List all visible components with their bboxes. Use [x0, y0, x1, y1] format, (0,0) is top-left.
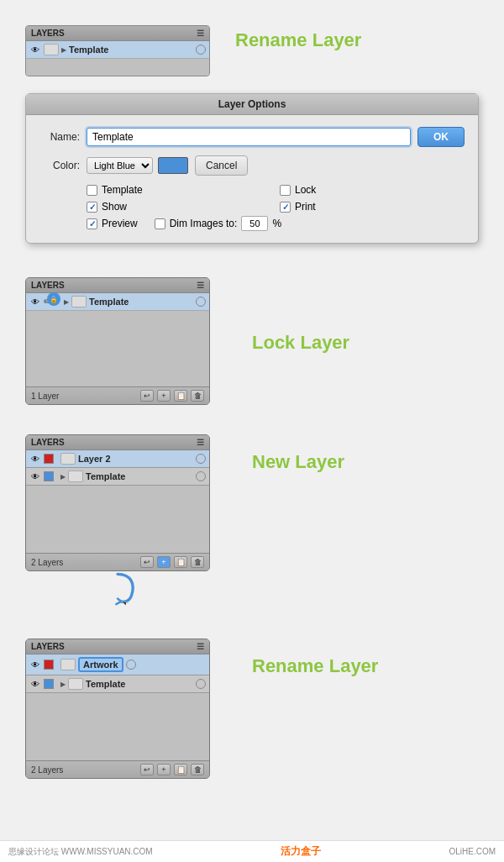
layer-thumb-lock: [71, 296, 87, 307]
panel-titlebar-top: LAYERS ☰: [26, 26, 209, 41]
check-show-row: Show: [87, 201, 271, 213]
dialog-titlebar: Layer Options: [26, 94, 478, 115]
name-input[interactable]: [87, 128, 411, 146]
layer-name-template-bottom: Template: [86, 679, 193, 689]
panel-body-new: [26, 486, 209, 553]
footer-label-lock: 1 Layer: [31, 392, 59, 401]
triangle-top: ▶: [61, 46, 66, 54]
check-show[interactable]: [87, 202, 97, 213]
section-rename-bottom: LAYERS ☰ 👁 Artwork 👁 ▶ Template: [0, 626, 504, 791]
dialog-wrapper: Layer Options Name: OK Color: Light Blue…: [25, 93, 479, 244]
circle-artwork: [126, 660, 136, 670]
panel-title-rename-bottom: LAYERS: [31, 642, 65, 651]
check-lock[interactable]: [280, 185, 291, 196]
dialog-name-row: Name: OK: [39, 127, 465, 147]
dim-input[interactable]: [241, 216, 268, 231]
watermark-bar: 思缘设计论坛 WWW.MISSYUAN.COM 活力盒子 OLiHE.COM: [0, 840, 504, 862]
layer-thumb-new1: [60, 453, 76, 465]
name-label: Name:: [39, 131, 80, 143]
footer-icon-2[interactable]: +: [157, 390, 171, 402]
circle-new2: [196, 471, 206, 481]
check-print[interactable]: [280, 202, 291, 213]
footer-icon-rb2[interactable]: +: [157, 764, 171, 775]
check-preview[interactable]: [87, 218, 97, 229]
footer-icon-new1[interactable]: ↩: [140, 556, 154, 568]
check-template[interactable]: [87, 185, 97, 196]
panel-menu-icon-top[interactable]: ☰: [197, 29, 204, 38]
layer-name-lock: Template: [89, 297, 193, 307]
layer-row-top: 👁 ▶ Template: [26, 41, 209, 59]
circle-new1: [196, 454, 206, 464]
eye-icon-top: 👁: [29, 44, 41, 55]
layers-panel-top: LAYERS ☰ 👁 ▶ Template: [25, 25, 210, 76]
panel-title-new: LAYERS: [31, 438, 65, 447]
footer-icon-rb4[interactable]: 🗑: [191, 764, 204, 775]
layer-name-new1: Layer 2: [78, 454, 193, 464]
new-layer-arrow: [97, 567, 139, 609]
footer-label-new: 2 Layers: [31, 558, 63, 567]
circle-top: [196, 45, 206, 55]
check-lock-row: Lock: [280, 184, 465, 196]
lock-layer-heading: Lock Layer: [252, 332, 479, 354]
circle-lock: [196, 297, 206, 307]
layer-row-template-bottom: 👁 ▶ Template: [26, 675, 209, 693]
layers-panel-lock: LAYERS ☰ 👁 ✏ 🔒 ▶ Template 1 Layer ↩ + 📋 …: [25, 277, 210, 405]
layer-thumb-template-bottom: [68, 678, 83, 690]
lock-cursor-indicator: 🔒: [47, 292, 60, 306]
dialog-color-row: Color: Light Blue Cancel: [39, 155, 465, 176]
panel-menu-icon-rename-bottom[interactable]: ☰: [197, 642, 204, 651]
panel-body-lock: [26, 311, 209, 386]
color-dropdown[interactable]: Light Blue: [87, 157, 153, 174]
eye-icon-new1: 👁: [29, 453, 41, 465]
dim-label: Dim Images to:: [170, 218, 238, 229]
panel-titlebar-new: LAYERS ☰: [26, 435, 209, 450]
rename-bottom-panel-wrapper: LAYERS ☰ 👁 Artwork 👁 ▶ Template: [25, 639, 210, 779]
footer-icon-rb1[interactable]: ↩: [140, 764, 154, 775]
color-swatch: [158, 157, 188, 174]
panel-menu-icon-new[interactable]: ☰: [197, 438, 204, 447]
panel-title-lock: LAYERS: [31, 281, 65, 290]
footer-icon-new4[interactable]: 🗑: [191, 556, 204, 568]
footer-icon-4[interactable]: 🗑: [191, 390, 204, 402]
footer-icon-3[interactable]: 📋: [174, 390, 187, 402]
cancel-button[interactable]: Cancel: [195, 155, 248, 176]
red-square-new1: [44, 454, 54, 464]
color-select-wrapper: Light Blue: [87, 157, 188, 174]
blue-square-template: [44, 679, 54, 689]
check-show-label: Show: [102, 201, 127, 213]
label-rename-top: Rename Layer: [210, 25, 479, 51]
footer-icon-1[interactable]: ↩: [140, 390, 154, 402]
footer-icon-new3[interactable]: 📋: [174, 556, 187, 568]
ok-button[interactable]: OK: [417, 127, 465, 147]
rename-layer-heading-top: Rename Layer: [235, 29, 479, 51]
eye-icon-template-bottom: 👁: [29, 678, 41, 690]
section-rename-top: LAYERS ☰ 👁 ▶ Template Rename Layer: [0, 0, 504, 93]
check-dim[interactable]: [155, 218, 165, 229]
footer-icon-rb3[interactable]: 📋: [174, 764, 187, 775]
section-lock-layer: LAYERS ☰ 👁 ✏ 🔒 ▶ Template 1 Layer ↩ + 📋 …: [0, 265, 504, 418]
layer-options-dialog: Layer Options Name: OK Color: Light Blue…: [25, 93, 479, 244]
red-square-artwork: [44, 660, 54, 670]
watermark-logo-text: 活力盒子: [281, 845, 321, 857]
footer-icon-new2[interactable]: +: [157, 556, 171, 568]
svg-marker-0: [122, 602, 130, 606]
layer-thumb-top: [44, 44, 59, 55]
panel-menu-icon-lock[interactable]: ☰: [197, 281, 204, 290]
percent-label: %: [272, 218, 281, 229]
dialog-content: Name: OK Color: Light Blue Cancel: [26, 115, 478, 243]
label-lock-layer: Lock Layer: [227, 328, 479, 354]
check-template-label: Template: [102, 184, 143, 196]
layers-footer-rename-bottom: 2 Layers ↩ + 📋 🗑: [26, 760, 209, 778]
watermark-logo: 活力盒子: [281, 844, 321, 859]
layer-name-top: Template: [69, 45, 193, 55]
dialog-checks: Template Lock Show Print: [87, 184, 465, 213]
panel-body-top: [26, 59, 209, 76]
label-new-layer: New Layer: [227, 434, 479, 473]
panel-titlebar-rename-bottom: LAYERS ☰: [26, 639, 209, 654]
layer-row-lock: 👁 ✏ 🔒 ▶ Template: [26, 293, 209, 311]
layer-name-new2: Template: [86, 471, 193, 481]
watermark-left: 思缘设计论坛 WWW.MISSYUAN.COM: [8, 846, 153, 858]
eye-icon-new2: 👁: [29, 470, 41, 482]
panel-titlebar-lock: LAYERS ☰: [26, 278, 209, 293]
check-print-row: Print: [280, 201, 465, 213]
